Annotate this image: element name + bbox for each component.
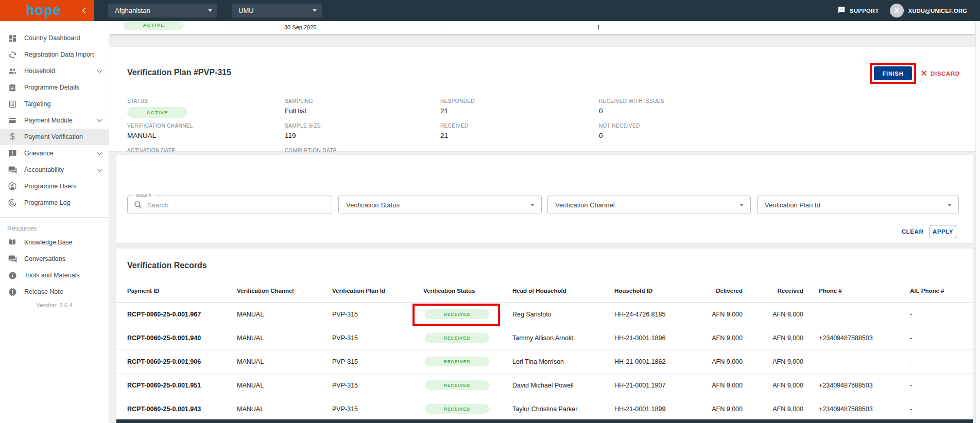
sidebar-item-release-note[interactable]: Release Note [0, 284, 109, 300]
sidebar-item-targeting[interactable]: Targeting [0, 96, 109, 112]
cell-phone: +23409487588503 [819, 406, 910, 413]
sidebar-item-accountability[interactable]: Accountability [0, 162, 109, 178]
collapse-sidebar-icon[interactable] [82, 7, 89, 14]
sidebar-item-label: Programme Users [24, 183, 101, 190]
sidebar-item-label: Country Dashboard [24, 34, 101, 42]
verification-channel-select[interactable]: Verification Channel [547, 196, 751, 214]
cell-received: AFN 9,000 [743, 406, 819, 413]
sidebar-item-grievance[interactable]: Grievance [0, 145, 109, 162]
sidebar-item-payment-module[interactable]: Payment Module [0, 112, 109, 129]
column-header: Verification Plan Id [332, 288, 412, 294]
detail-label: SAMPLING [285, 98, 440, 104]
sidebar-item-programme-details[interactable]: Programme Details [0, 79, 109, 96]
cell-household-id: HH-21-0001.1899 [604, 406, 693, 413]
programme-value: UMU [238, 7, 254, 14]
cell-delivered: AFN 9,000 [693, 334, 743, 342]
business-area-select[interactable]: Afghanistan [108, 4, 217, 17]
table-row[interactable]: RCPT-0060-25-0.001.951 MANUAL PVP-315 RE… [116, 374, 973, 397]
cell-delivered: AFN 9,000 [693, 382, 743, 389]
detail-label: NOT RECEIVED [599, 123, 960, 129]
apply-button[interactable]: APPLY [930, 225, 956, 238]
sidebar-item-knowledge-base[interactable]: Knowledge Base [0, 234, 109, 251]
clear-button[interactable]: CLEAR [901, 225, 924, 238]
search-input[interactable] [147, 197, 328, 213]
finish-button[interactable]: FINISH [874, 66, 912, 80]
cell-verification-plan-id: PVP-315 [332, 406, 412, 413]
next-section-strip [116, 419, 973, 423]
verification-status-select[interactable]: Verification Status [338, 196, 542, 214]
history-icon [7, 198, 18, 207]
table-row[interactable]: RCPT-0060-25-0.001.906 MANUAL PVP-315 RE… [116, 350, 973, 374]
cell-household-id: HH-24-4726.8185 [604, 311, 693, 318]
sidebar-item-payment-verification[interactable]: $ Payment Verification [0, 129, 109, 145]
plan-completion-date: - [441, 24, 443, 30]
cell-verification-status: RECEIVED [412, 380, 502, 390]
cell-alt-phone: - [910, 358, 973, 365]
detail-value: 119 [285, 132, 440, 139]
select-placeholder: Verification Channel [555, 201, 615, 209]
plan-activation-date: 30 Sep 2025 [284, 24, 316, 30]
status-badge: ACTIVE [124, 21, 184, 30]
sidebar-item-programme-users[interactable]: Programme Users [0, 178, 109, 195]
close-icon [921, 70, 927, 77]
detail-value: 21 [440, 107, 599, 115]
people-icon [7, 66, 18, 76]
chevron-down-icon[interactable] [97, 68, 102, 73]
sidebar-item-label: Tools and Materials [24, 272, 101, 279]
cell-verification-channel: MANUAL [237, 406, 332, 413]
page-title: Verification Plan #PVP-315 [127, 68, 231, 77]
dollar-icon: $ [7, 132, 18, 142]
detail-sampling: SAMPLING Full list [285, 98, 440, 118]
sidebar-item-label: Targeting [24, 100, 101, 108]
cell-verification-channel: MANUAL [237, 382, 332, 389]
cell-verification-channel: MANUAL [237, 334, 332, 342]
programme-select[interactable]: UMU [232, 4, 322, 17]
header-right-group: SUPPORT X XUDU@UNICEF.ORG [837, 0, 967, 21]
top-header-bar: hope Afghanistan UMU SUPPORT X XUDU@UNIC… [0, 0, 980, 21]
sidebar-item-registration-data-import[interactable]: Registration Data Import [0, 46, 109, 63]
user-email[interactable]: XUDU@UNICEF.ORG [908, 8, 967, 14]
cell-received: AFN 9,000 [743, 311, 819, 318]
chevron-down-icon [313, 9, 317, 12]
plan-summary-row-partial[interactable]: ACTIVE 30 Sep 2025 - 1 [109, 21, 975, 34]
cell-payment-id: RCPT-0060-25-0.001.906 [127, 358, 237, 365]
table-row[interactable]: RCPT-0060-25-0.001.940 MANUAL PVP-315 RE… [116, 326, 973, 350]
detail-value: 21 [440, 132, 599, 139]
support-button[interactable]: SUPPORT [837, 6, 879, 15]
sidebar-item-household[interactable]: Household [0, 63, 109, 79]
chat-icon [837, 6, 846, 15]
discard-button[interactable]: DISCARD [921, 68, 960, 79]
chevron-down-icon[interactable] [97, 117, 102, 122]
business-area-value: Afghanistan [115, 7, 150, 14]
table-row[interactable]: RCPT-0060-25-0.001.943 MANUAL PVP-315 RE… [116, 397, 973, 421]
sidebar-item-programme-log[interactable]: Programme Log [0, 195, 109, 211]
avatar-initial: X [895, 7, 899, 14]
chevron-down-icon[interactable] [97, 167, 102, 172]
cell-delivered: AFN 9,000 [693, 311, 743, 318]
detail-label: RESPONDED [440, 98, 599, 104]
sidebar-item-conversations[interactable]: Conversations [0, 251, 109, 267]
sidebar-item-label: Accountability [24, 166, 98, 173]
chevron-down-icon[interactable] [97, 150, 102, 155]
avatar[interactable]: X [890, 4, 904, 17]
column-header: Verification Status [412, 288, 502, 294]
column-header: Head of Household [502, 288, 604, 294]
verification-plan-id-select[interactable]: Verification Plan Id [757, 196, 959, 214]
detail-value: 0 [599, 132, 960, 139]
scrollbar[interactable] [975, 21, 980, 423]
cell-verification-plan-id: PVP-315 [332, 358, 412, 365]
info-icon [7, 271, 18, 280]
detail-label: COMPLETION DATE [285, 148, 440, 153]
cell-verification-status: RECEIVED [412, 357, 502, 366]
detail-received-with-issues: RECEIVED WITH ISSUES 0 [599, 98, 960, 118]
cell-household-id: HH-21-0001.1862 [604, 358, 693, 365]
table-row[interactable]: RCPT-0060-25-0.001.967 MANUAL PVP-315 RE… [116, 303, 973, 326]
sidebar-item-country-dashboard[interactable]: Country Dashboard [0, 30, 109, 46]
sidebar-item-tools-and-materials[interactable]: Tools and Materials [0, 267, 109, 284]
cell-payment-id: RCPT-0060-25-0.001.951 [127, 382, 237, 389]
detail-value: Full list [285, 107, 440, 115]
resources-heading: Resources [0, 218, 109, 234]
cell-head-of-household: Tammy Allison Arnold [502, 334, 604, 342]
cell-delivered: AFN 9,000 [693, 358, 743, 365]
cell-payment-id: RCPT-0060-25-0.001.943 [127, 406, 237, 413]
